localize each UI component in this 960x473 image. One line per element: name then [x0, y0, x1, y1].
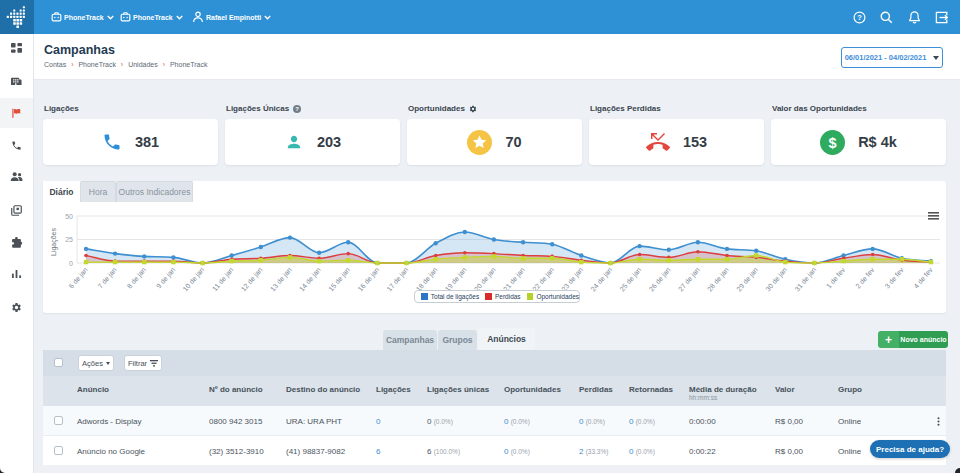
svg-text:50: 50	[65, 213, 73, 220]
svg-text:27 de jan: 27 de jan	[677, 266, 702, 293]
svg-text:25: 25	[65, 236, 73, 243]
svg-text:17 de jan: 17 de jan	[385, 266, 410, 293]
svg-text:25 de jan: 25 de jan	[618, 266, 643, 293]
svg-text:14 de jan: 14 de jan	[298, 266, 323, 293]
svg-text:0: 0	[69, 260, 73, 267]
svg-text:Ligações: Ligações	[50, 227, 58, 256]
svg-text:2 de fev: 2 de fev	[854, 266, 876, 290]
svg-text:24 de jan: 24 de jan	[589, 266, 614, 293]
svg-text:31 de jan: 31 de jan	[793, 266, 818, 293]
svg-text:11 de jan: 11 de jan	[211, 266, 235, 293]
svg-text:13 de jan: 13 de jan	[269, 266, 294, 293]
svg-text:8 de jan: 8 de jan	[126, 266, 148, 290]
svg-text:12 de jan: 12 de jan	[240, 266, 265, 293]
svg-text:7 de jan: 7 de jan	[96, 266, 118, 290]
svg-text:9 de jan: 9 de jan	[155, 266, 177, 290]
svg-text:16 de jan: 16 de jan	[356, 266, 381, 293]
svg-text:10 de jan: 10 de jan	[181, 266, 206, 293]
svg-text:$: $	[829, 134, 837, 150]
svg-text:15 de jan: 15 de jan	[327, 266, 352, 293]
svg-text:3 de fev: 3 de fev	[883, 266, 905, 290]
svg-text:6 de jan: 6 de jan	[67, 266, 89, 290]
svg-text:28 de jan: 28 de jan	[706, 266, 731, 293]
svg-text:?: ?	[857, 13, 862, 22]
svg-text:1 de fev: 1 de fev	[825, 266, 847, 290]
svg-text:29 de jan: 29 de jan	[735, 266, 760, 293]
svg-text:26 de jan: 26 de jan	[648, 266, 673, 293]
svg-text:4 de fev: 4 de fev	[912, 266, 934, 290]
svg-text:30 de jan: 30 de jan	[764, 266, 789, 293]
